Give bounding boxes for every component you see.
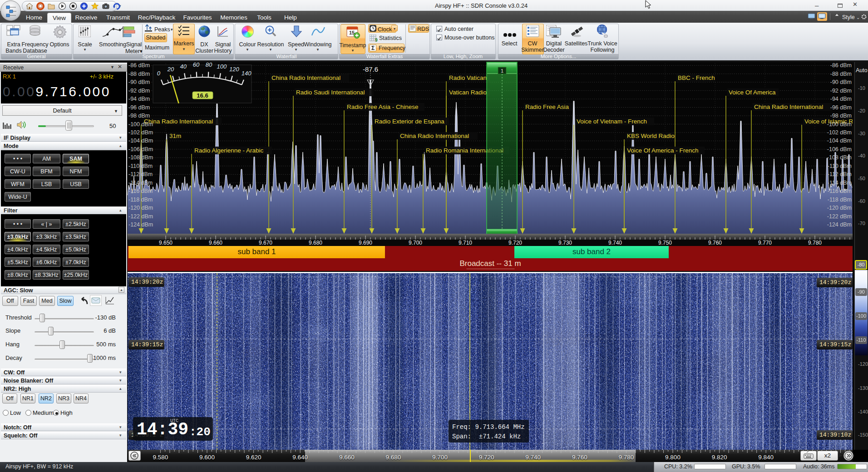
- svg-text:-118 dBm: -118 dBm: [828, 197, 852, 203]
- svg-text:-88 dBm: -88 dBm: [128, 71, 150, 77]
- svg-text:100: 100: [217, 63, 227, 70]
- svg-text:-98 dBm: -98 dBm: [830, 113, 852, 119]
- svg-text:Radio Free Asia - Chinese: Radio Free Asia - Chinese: [347, 103, 419, 110]
- svg-text:40: 40: [180, 63, 187, 70]
- svg-text:-116 dBm: -116 dBm: [128, 188, 153, 194]
- svg-text:-90 dBm: -90 dBm: [830, 79, 852, 85]
- svg-text:-124 dBm: -124 dBm: [827, 221, 852, 228]
- svg-text:-120 dBm: -120 dBm: [128, 205, 153, 211]
- svg-text:20: 20: [167, 66, 174, 73]
- svg-text:-124 dBm: -124 dBm: [128, 221, 153, 228]
- svg-text:Voice of Vietnam - French: Voice of Vietnam - French: [577, 118, 647, 125]
- svg-text:Radio Vatican: Radio Vatican: [449, 74, 487, 81]
- svg-text:-118 dBm: -118 dBm: [128, 197, 153, 203]
- svg-text:-87.6: -87.6: [363, 65, 378, 73]
- svg-text:-100 dBm: -100 dBm: [128, 121, 153, 128]
- svg-text:16.6: 16.6: [197, 92, 208, 99]
- svg-text:31m: 31m: [169, 133, 181, 139]
- svg-text:-110 dBm: -110 dBm: [128, 163, 153, 169]
- svg-text:KBS World Radio: KBS World Radio: [627, 133, 675, 139]
- svg-text:-114 dBm: -114 dBm: [128, 180, 153, 186]
- svg-text:Voice Of America: Voice Of America: [729, 89, 776, 96]
- svg-text:-102 dBm: -102 dBm: [128, 129, 153, 136]
- svg-text:-92 dBm: -92 dBm: [128, 88, 150, 94]
- svg-text:80: 80: [206, 61, 212, 68]
- svg-text:-90 dBm: -90 dBm: [128, 79, 150, 85]
- svg-text:-120 dBm: -120 dBm: [827, 205, 852, 211]
- svg-text:140: 140: [242, 70, 252, 77]
- svg-text:-88 dBm: -88 dBm: [830, 71, 852, 77]
- svg-text:-112 dBm: -112 dBm: [128, 171, 153, 177]
- svg-text:Voice Of America - French: Voice Of America - French: [627, 147, 699, 154]
- svg-text:60: 60: [193, 61, 200, 68]
- svg-text:-106 dBm: -106 dBm: [128, 146, 153, 152]
- svg-text:Radio Algerienne - Arabic: Radio Algerienne - Arabic: [194, 147, 264, 154]
- svg-text:-106 dBm: -106 dBm: [827, 146, 852, 152]
- svg-text:-98 dBm: -98 dBm: [128, 113, 150, 119]
- svg-text:1: 1: [501, 68, 503, 74]
- svg-text:-92 dBm: -92 dBm: [830, 88, 852, 94]
- svg-text:-122 dBm: -122 dBm: [827, 213, 852, 220]
- svg-text:-94 dBm: -94 dBm: [830, 96, 852, 102]
- svg-text:-86 dBm: -86 dBm: [830, 62, 852, 69]
- svg-text:Vatican Radio: Vatican Radio: [449, 89, 487, 96]
- svg-text:-114 dBm: -114 dBm: [828, 180, 852, 186]
- svg-text:China Radio International: China Radio International: [754, 103, 823, 110]
- svg-text:BBC - French: BBC - French: [678, 74, 715, 81]
- svg-text:-96 dBm: -96 dBm: [830, 104, 852, 111]
- svg-text:-100 dBm: -100 dBm: [827, 121, 852, 128]
- svg-text:Radio Exterior de Espana: Radio Exterior de Espana: [375, 118, 444, 125]
- svg-text:China Radio International: China Radio International: [144, 118, 213, 125]
- svg-text:-96 dBm: -96 dBm: [128, 104, 150, 111]
- svg-text:-108 dBm: -108 dBm: [827, 154, 852, 161]
- svg-text:-104 dBm: -104 dBm: [827, 138, 852, 144]
- svg-text:-104 dBm: -104 dBm: [128, 138, 153, 144]
- svg-text:Radio Free Asia: Radio Free Asia: [525, 103, 569, 110]
- svg-text:-94 dBm: -94 dBm: [128, 96, 150, 102]
- svg-text:-86 dBm: -86 dBm: [128, 62, 150, 69]
- svg-text:0: 0: [157, 70, 161, 77]
- svg-text:-116 dBm: -116 dBm: [828, 188, 852, 194]
- svg-text:-122 dBm: -122 dBm: [128, 213, 153, 220]
- svg-text:Radio Saudi International: Radio Saudi International: [296, 89, 365, 96]
- svg-text:China Radio International: China Radio International: [271, 74, 340, 81]
- svg-text:China Radio International: China Radio International: [400, 133, 469, 139]
- svg-text:120: 120: [229, 66, 239, 73]
- svg-text:-112 dBm: -112 dBm: [828, 171, 852, 177]
- svg-text:-110 dBm: -110 dBm: [828, 163, 852, 169]
- svg-text:-102 dBm: -102 dBm: [827, 129, 852, 136]
- svg-text:-108 dBm: -108 dBm: [128, 154, 153, 161]
